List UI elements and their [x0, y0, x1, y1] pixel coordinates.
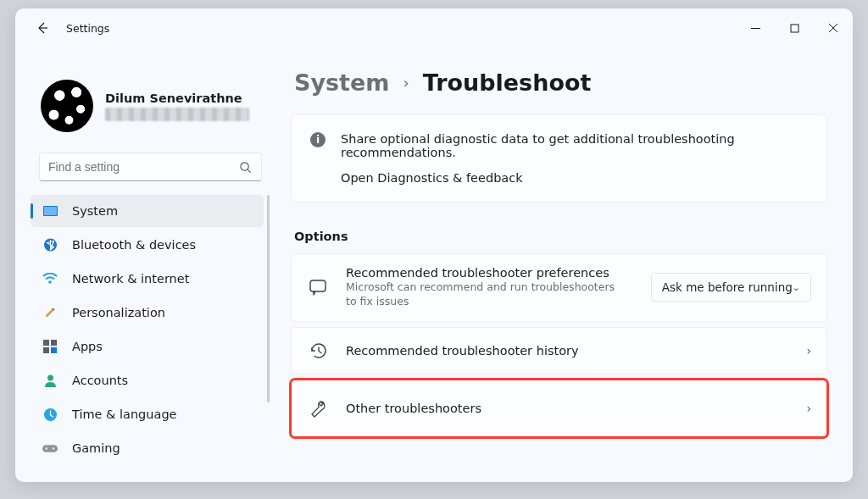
svg-point-10	[47, 375, 53, 381]
chevron-right-icon: ›	[806, 344, 811, 358]
diagnostic-notice: i Share optional diagnostic data to get …	[291, 114, 827, 202]
sidebar-item-label: Time & language	[72, 408, 177, 421]
back-button[interactable]	[31, 16, 54, 40]
breadcrumb: System › Troubleshoot	[294, 69, 827, 96]
chat-bubble-icon	[307, 276, 329, 298]
minimize-button[interactable]	[736, 11, 775, 45]
nav-list: System Bluetooth & devices Network & int…	[31, 195, 270, 464]
bluetooth-icon	[42, 237, 58, 252]
option-subtitle: Microsoft can recommend and run troubles…	[346, 280, 617, 309]
search-box[interactable]	[39, 152, 262, 181]
page-title: Troubleshoot	[423, 69, 592, 96]
sidebar-item-accounts[interactable]: Accounts	[31, 364, 264, 396]
svg-rect-15	[310, 280, 326, 291]
sidebar-item-network[interactable]: Network & internet	[31, 263, 264, 295]
svg-point-13	[46, 447, 47, 449]
svg-rect-0	[791, 25, 798, 32]
search-icon	[237, 159, 253, 175]
sidebar-item-bluetooth[interactable]: Bluetooth & devices	[31, 229, 264, 261]
globe-clock-icon	[42, 407, 58, 422]
main-content: System › Troubleshoot i Share optional d…	[282, 47, 853, 482]
sidebar-item-label: System	[72, 204, 118, 218]
svg-point-14	[53, 447, 54, 449]
minimize-icon	[751, 24, 760, 33]
svg-rect-12	[42, 445, 58, 452]
titlebar: Settings	[15, 8, 853, 47]
search-input[interactable]	[48, 160, 237, 174]
sidebar-item-label: Gaming	[72, 441, 120, 455]
sidebar-item-gaming[interactable]: Gaming	[31, 432, 264, 464]
close-button[interactable]	[814, 11, 853, 45]
sidebar-item-time-language[interactable]: Time & language	[31, 398, 264, 430]
open-diagnostics-link[interactable]: Open Diagnostics & feedback	[341, 171, 808, 185]
apps-icon	[42, 339, 58, 354]
option-title: Recommended troubleshooter history	[346, 344, 789, 358]
avatar	[41, 80, 93, 132]
app-title: Settings	[66, 22, 109, 35]
option-troubleshooter-history[interactable]: Recommended troubleshooter history ›	[291, 327, 827, 374]
settings-window: Settings Dilum Senevirathne	[15, 8, 853, 482]
preferences-dropdown[interactable]: Ask me before running ⌄	[651, 273, 811, 302]
breadcrumb-parent[interactable]: System	[294, 69, 389, 96]
section-label: Options	[294, 230, 827, 243]
maximize-icon	[790, 24, 799, 33]
option-title: Other troubleshooters	[346, 402, 789, 415]
info-icon: i	[310, 132, 326, 147]
svg-rect-9	[51, 347, 57, 353]
person-icon	[42, 373, 58, 388]
sidebar-scrollbar[interactable]	[267, 195, 270, 402]
paintbrush-icon	[42, 305, 58, 320]
close-icon	[828, 23, 838, 33]
dropdown-selected: Ask me before running	[662, 280, 793, 294]
sidebar-item-label: Accounts	[72, 374, 128, 387]
arrow-left-icon	[36, 21, 49, 35]
sidebar-item-label: Personalization	[72, 306, 165, 319]
display-icon	[42, 203, 58, 219]
history-icon	[307, 340, 329, 362]
svg-point-1	[240, 162, 248, 169]
chevron-down-icon: ⌄	[793, 282, 800, 293]
profile-block[interactable]: Dilum Senevirathne	[41, 80, 270, 132]
wrench-icon	[307, 397, 329, 419]
gamepad-icon	[42, 441, 58, 456]
svg-rect-6	[43, 340, 49, 346]
sidebar-item-label: Bluetooth & devices	[72, 238, 196, 252]
option-title: Recommended troubleshooter preferences	[346, 266, 634, 280]
svg-rect-3	[44, 207, 57, 215]
sidebar-item-label: Network & internet	[72, 272, 189, 286]
sidebar-item-personalization[interactable]: Personalization	[31, 297, 264, 329]
chevron-right-icon: ›	[806, 402, 811, 415]
chevron-right-icon: ›	[403, 74, 409, 91]
svg-rect-8	[43, 347, 49, 353]
maximize-button[interactable]	[775, 11, 814, 45]
sidebar-item-label: Apps	[72, 340, 103, 353]
sidebar: Dilum Senevirathne System	[15, 47, 282, 482]
option-recommended-preferences: Recommended troubleshooter preferences M…	[291, 253, 827, 322]
sidebar-item-apps[interactable]: Apps	[31, 330, 264, 363]
profile-name: Dilum Senevirathne	[105, 91, 249, 105]
svg-rect-7	[51, 340, 57, 346]
profile-email-redacted	[105, 108, 249, 121]
sidebar-item-system[interactable]: System	[31, 195, 264, 227]
notice-text: Share optional diagnostic data to get ad…	[341, 132, 808, 159]
option-other-troubleshooters[interactable]: Other troubleshooters ›	[291, 380, 827, 437]
wifi-icon	[42, 271, 58, 286]
svg-point-5	[48, 280, 52, 284]
